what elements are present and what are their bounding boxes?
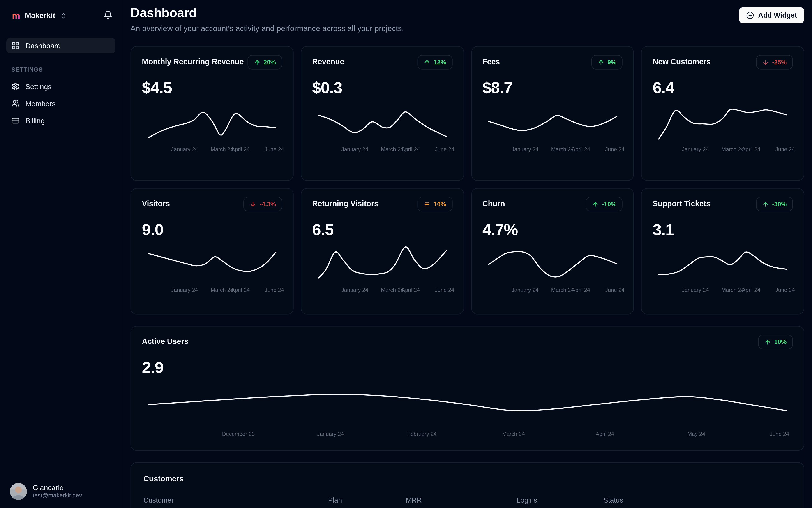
x-tick: January 24 bbox=[511, 146, 538, 152]
trend-badge: 10% bbox=[758, 335, 793, 349]
user-name: Giancarlo bbox=[33, 483, 82, 492]
x-tick: March 24 bbox=[551, 287, 574, 293]
stat-card-monthly-recurring-revenue: Monthly Recurring Revenue 20% $4.5 Janua… bbox=[131, 46, 294, 181]
x-tick: March 24 bbox=[721, 287, 744, 293]
x-tick: January 24 bbox=[342, 146, 368, 152]
plus-circle-icon bbox=[747, 11, 754, 19]
trend-icon bbox=[597, 59, 604, 66]
x-tick: April 24 bbox=[572, 146, 590, 152]
sparkline-chart bbox=[317, 105, 447, 142]
x-tick: March 24 bbox=[551, 146, 574, 152]
x-tick: March 24 bbox=[381, 146, 404, 152]
x-tick: January 24 bbox=[342, 287, 368, 293]
trend-badge: 20% bbox=[247, 55, 282, 69]
stat-value: 6.4 bbox=[652, 79, 793, 97]
trend-label: 12% bbox=[434, 58, 446, 66]
x-tick: April 24 bbox=[402, 287, 420, 293]
stat-card-support-tickets: Support Tickets -30% 3.1 January 24March… bbox=[641, 188, 804, 314]
x-tick: April 24 bbox=[572, 287, 590, 293]
page-subtitle: An overview of your account's activity a… bbox=[131, 24, 404, 33]
page-header: Dashboard An overview of your account's … bbox=[131, 5, 804, 33]
stat-card-churn: Churn -10% 4.7% January 24March 24April … bbox=[471, 188, 634, 314]
stat-card-revenue: Revenue 12% $0.3 January 24March 24April… bbox=[301, 46, 464, 181]
dashboard-grid-icon bbox=[11, 42, 20, 50]
column-header-plan: Plan bbox=[328, 496, 406, 504]
sparkline-chart bbox=[317, 245, 447, 282]
x-axis-ticks: January 24March 24April 24June 24 bbox=[147, 146, 277, 153]
sidebar-item-label: Billing bbox=[25, 117, 45, 125]
sidebar-item-label: Dashboard bbox=[25, 42, 61, 50]
user-email: test@makerkit.dev bbox=[33, 492, 82, 499]
sidebar-item-members[interactable]: Members bbox=[6, 96, 116, 112]
x-tick: February 24 bbox=[407, 431, 437, 437]
sparkline-chart bbox=[658, 105, 787, 142]
x-axis-ticks: January 24March 24April 24June 24 bbox=[317, 287, 447, 294]
sparkline-chart bbox=[147, 385, 787, 421]
x-axis-ticks: December 23January 24February 24March 24… bbox=[147, 431, 787, 438]
page-title: Dashboard bbox=[131, 5, 404, 20]
stats-grid: Monthly Recurring Revenue 20% $4.5 Janua… bbox=[131, 46, 804, 314]
stat-value: $0.3 bbox=[312, 79, 452, 97]
x-tick: April 24 bbox=[742, 146, 760, 152]
workspace-selector[interactable]: m Makerkit bbox=[12, 11, 67, 20]
sparkline-chart bbox=[658, 245, 787, 282]
x-tick: January 24 bbox=[511, 287, 538, 293]
chevrons-up-down-icon bbox=[60, 12, 67, 19]
x-tick: April 24 bbox=[231, 146, 250, 152]
stat-value: 4.7% bbox=[483, 221, 623, 240]
card-title: Churn bbox=[483, 199, 505, 208]
stat-value: 3.1 bbox=[652, 221, 793, 240]
sidebar-item-label: Members bbox=[25, 99, 55, 108]
x-tick: June 24 bbox=[435, 146, 454, 152]
x-tick: January 24 bbox=[171, 287, 198, 293]
sidebar-item-billing[interactable]: Billing bbox=[6, 113, 116, 129]
trend-label: -4.3% bbox=[260, 201, 276, 208]
x-tick: March 24 bbox=[721, 146, 744, 152]
trend-badge: 9% bbox=[591, 55, 623, 69]
main-content: Dashboard An overview of your account's … bbox=[122, 0, 812, 508]
column-header-status: Status bbox=[603, 496, 791, 504]
column-header-mrr: MRR bbox=[406, 496, 516, 504]
trend-icon bbox=[424, 201, 431, 208]
stat-card-fees: Fees 9% $8.7 January 24March 24April 24J… bbox=[471, 46, 634, 181]
x-axis-ticks: January 24March 24April 24June 24 bbox=[317, 146, 447, 153]
x-tick: March 24 bbox=[381, 287, 404, 293]
trend-label: -25% bbox=[772, 58, 786, 66]
trend-badge: 12% bbox=[418, 55, 452, 69]
workspace-name: Makerkit bbox=[25, 11, 55, 20]
sparkline-chart bbox=[488, 105, 618, 142]
trend-icon bbox=[424, 59, 431, 66]
add-widget-label: Add Widget bbox=[758, 11, 797, 19]
user-info: Giancarlo test@makerkit.dev bbox=[33, 483, 82, 499]
sidebar-nav: Dashboard SETTINGS Settings Members B bbox=[6, 38, 116, 130]
active-users-card: Active Users 10% 2.9 December 23January … bbox=[131, 326, 804, 451]
trend-icon bbox=[762, 201, 769, 208]
card-title: Returning Visitors bbox=[312, 199, 378, 208]
customers-card: Customers Customer Plan MRR Logins Statu… bbox=[131, 462, 804, 508]
x-tick: June 24 bbox=[265, 287, 284, 293]
notifications-button[interactable] bbox=[103, 10, 112, 21]
stat-card-returning-visitors: Returning Visitors 10% 6.5 January 24Mar… bbox=[301, 188, 464, 314]
stat-card-visitors: Visitors -4.3% 9.0 January 24March 24Apr… bbox=[131, 188, 294, 314]
trend-label: -30% bbox=[772, 201, 786, 208]
stat-card-new-customers: New Customers -25% 6.4 January 24March 2… bbox=[641, 46, 804, 181]
x-tick: April 24 bbox=[231, 287, 250, 293]
trend-icon bbox=[592, 201, 599, 208]
user-menu[interactable]: Giancarlo test@makerkit.dev bbox=[6, 483, 116, 500]
trend-badge: -4.3% bbox=[243, 197, 282, 211]
sidebar-header: m Makerkit bbox=[6, 9, 116, 21]
sidebar-item-dashboard[interactable]: Dashboard bbox=[6, 38, 116, 53]
trend-icon bbox=[764, 339, 771, 345]
trend-label: 10% bbox=[774, 338, 786, 345]
trend-badge: -25% bbox=[756, 55, 793, 69]
x-axis-ticks: January 24March 24April 24June 24 bbox=[147, 287, 277, 294]
stat-value: $8.7 bbox=[483, 79, 623, 97]
sidebar-item-settings[interactable]: Settings bbox=[6, 79, 116, 94]
stat-value: 2.9 bbox=[142, 358, 793, 377]
trend-label: -10% bbox=[602, 201, 616, 208]
sidebar-item-label: Settings bbox=[25, 82, 51, 91]
add-widget-button[interactable]: Add Widget bbox=[739, 7, 804, 23]
trend-icon bbox=[254, 59, 260, 66]
trend-icon bbox=[250, 201, 257, 208]
makerkit-logo-icon: m bbox=[12, 11, 20, 20]
